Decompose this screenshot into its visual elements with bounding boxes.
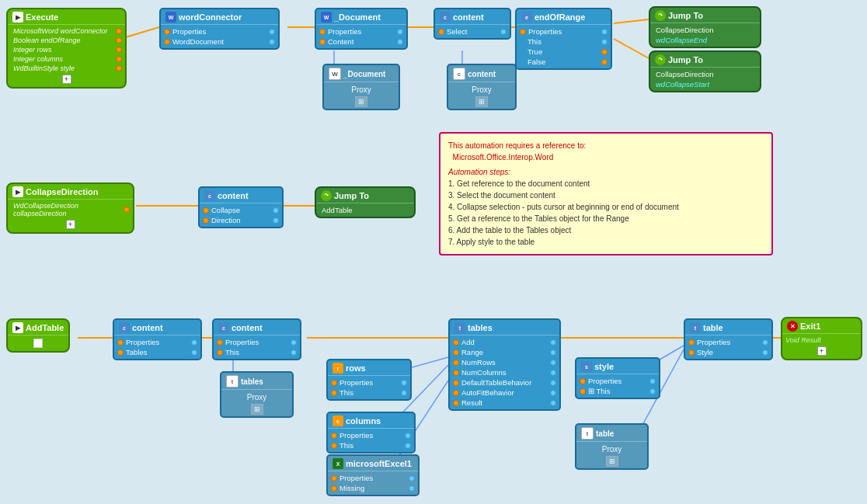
- content1-body: Select: [435, 25, 510, 38]
- execute-row-1: MicrosoftWord wordConnector: [11, 26, 122, 36]
- columns-node: c columns Properties This: [326, 412, 416, 454]
- port-style-this-r: [649, 388, 656, 395]
- jumpto1-body: CollapseDirection wdCollapseEnd: [650, 23, 760, 47]
- execute-node: ▶ Execute MicrosoftWord wordConnector Bo…: [6, 8, 127, 89]
- exit1-node: ✕ Exit1 Void Result +: [781, 317, 862, 360]
- execute-body: MicrosoftWord wordConnector Boolean endO…: [8, 25, 125, 87]
- exit1-icon: ✕: [787, 321, 798, 332]
- cd-expand[interactable]: +: [66, 220, 75, 229]
- columns-icon: c: [333, 415, 343, 426]
- execute-row-2: Boolean endOfRange: [11, 36, 122, 45]
- info-step-4: 4. Collapse selection - puts cursor at b…: [448, 201, 764, 213]
- port-cpth-this-r: [291, 349, 297, 356]
- port-tps-prop: [688, 339, 695, 346]
- port-tables-range: [453, 349, 459, 356]
- content-props-this-node: c content Properties This: [212, 318, 301, 360]
- exit1-expand[interactable]: +: [817, 346, 827, 356]
- port-d1-prop: [319, 29, 326, 35]
- port-wc-doc: [164, 39, 170, 45]
- jumpto2-body: CollapseDirection wdCollapseStart: [650, 68, 760, 91]
- port-endofrange: [116, 37, 122, 43]
- port-tps-prop-r: [762, 339, 768, 346]
- port-me-prop-r: [409, 475, 415, 481]
- content1-icon: c: [440, 12, 451, 23]
- content-props-tables-icon: c: [119, 322, 130, 333]
- document-proxy-icon: W: [329, 68, 341, 80]
- wc-row-2: WordDocument: [164, 36, 275, 47]
- svg-line-5: [614, 39, 649, 58]
- document1-node: W _Document Properties Content: [315, 8, 408, 50]
- jumpto2-icon: ↷: [655, 54, 666, 65]
- port-cc-collapse-r: [273, 207, 279, 214]
- info-steps-title: Automation steps:: [448, 166, 764, 178]
- port-cpt-prop: [117, 339, 124, 346]
- port-d1-prop-r: [397, 29, 403, 35]
- document-proxy-title: W _Document: [324, 65, 399, 82]
- wc-row-1: Properties: [164, 26, 275, 36]
- port-cpt-tables-r: [191, 349, 197, 356]
- port-style-prop-r: [649, 378, 656, 384]
- port-wc-doc-r: [269, 39, 275, 45]
- table-props-style-node: t table Properties Style: [684, 318, 773, 360]
- endofrange-icon: e: [521, 12, 532, 23]
- content1-node: c content Select: [434, 8, 511, 40]
- execute-title: ▶ Execute: [8, 9, 125, 25]
- jumpto1-icon: ↷: [655, 10, 666, 21]
- endofrange-title: e endOfRange: [517, 9, 611, 25]
- microsoftexcel1-title: X microsoftExcel1: [328, 456, 418, 471]
- endofrange-body: Properties This True False: [517, 25, 611, 68]
- eor-row-1: Properties: [520, 26, 608, 36]
- port-d1-content-r: [397, 39, 403, 45]
- port-cols-prop: [331, 433, 337, 439]
- port-eor-prop-r: [601, 29, 608, 35]
- execute-row-3: Integer rows: [11, 45, 122, 54]
- port-tps-style: [688, 349, 695, 356]
- jumpto-addtable-body: AddTable: [316, 203, 414, 217]
- tables-body: Add Range NumRows NumColumns DefaultTabl: [450, 335, 559, 409]
- jumpto-addtable-title: ↷ Jump To: [316, 188, 414, 203]
- addtable-node: ▶ AddTable: [6, 318, 70, 353]
- eor-row-this: This: [520, 36, 608, 47]
- port-tables-result: [453, 400, 459, 406]
- info-box: This automation requires a reference to:…: [439, 132, 773, 255]
- port-cc-dir: [203, 217, 209, 224]
- content-collapse-icon: c: [204, 190, 215, 201]
- table-proxy-icon: t: [581, 427, 594, 440]
- jumpto-addtable-icon: ↷: [321, 190, 332, 201]
- port-cols-this: [331, 443, 337, 449]
- microsoftexcel1-node: X microsoftExcel1 Properties Missing: [326, 454, 420, 496]
- port-cd-out: [124, 207, 130, 213]
- port-tables-dtb: [453, 380, 459, 386]
- port-d1-content: [319, 39, 326, 45]
- tables-node: t tables Add Range NumRows NumCol: [448, 318, 561, 411]
- content-proxy-icon: c: [453, 68, 465, 80]
- table-props-style-icon: t: [690, 322, 701, 333]
- port-rows: [116, 47, 122, 53]
- content-proxy-title: c content: [448, 65, 515, 82]
- rows-icon: r: [333, 363, 343, 374]
- microsoftexcel1-icon: X: [333, 458, 343, 469]
- port-tables-dtb-r: [550, 380, 556, 386]
- d1-row-1: Properties: [319, 26, 403, 36]
- port-tables-add: [453, 339, 459, 346]
- columns-title: c columns: [328, 413, 414, 429]
- port-style-plus: [580, 388, 586, 395]
- port-tables-result-r: [550, 400, 556, 406]
- table-props-style-title: t table: [685, 320, 771, 335]
- tables-proxy-title: t tables: [221, 373, 292, 390]
- eor-row-false: False: [520, 57, 608, 67]
- execute-expand[interactable]: +: [62, 75, 71, 84]
- port-wc-prop: [164, 29, 170, 35]
- collapsedirection-title: ▶ CollapseDirection: [8, 184, 133, 200]
- content-props-tables-body: Properties Tables: [114, 335, 200, 359]
- port-eor-false-r: [601, 59, 608, 65]
- content-props-this-body: Properties This: [214, 335, 300, 359]
- info-step-1: 1. Get reference to the document content: [448, 178, 764, 189]
- port-rows-prop-r: [401, 380, 407, 386]
- port-style: [116, 65, 122, 71]
- jumpto2-title: ↷ Jump To: [650, 52, 760, 68]
- port-me-missing: [331, 485, 337, 492]
- rows-title: r rows: [328, 360, 410, 376]
- port-cpt-prop-r: [191, 339, 197, 346]
- style-node: s style Properties ⊞ This: [575, 357, 660, 399]
